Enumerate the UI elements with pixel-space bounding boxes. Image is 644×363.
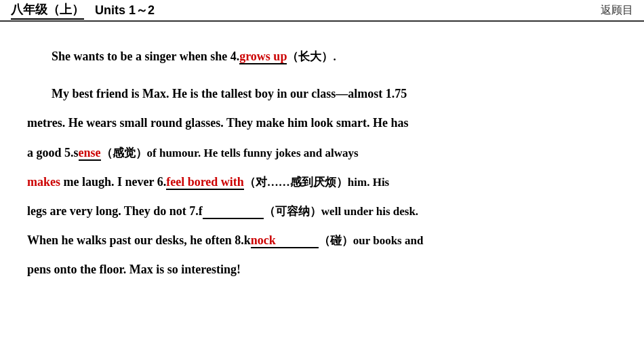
paragraph-2: My best friend is Max. He is the tallest… bbox=[27, 79, 617, 284]
para2-line4-answer: feel bored with bbox=[166, 175, 244, 190]
page-header: 八年级（上） Units 1～2 返顾目 bbox=[0, 0, 644, 22]
para2-line6-chinese: （碰）our books and bbox=[319, 234, 424, 247]
header-left: 八年级（上） Units 1～2 bbox=[11, 1, 155, 20]
grade-label: 八年级（上） bbox=[11, 1, 84, 20]
para2-line3-chinese: （感觉）of humour. He tells funny jokes and … bbox=[101, 147, 359, 159]
units-label: Units 1～2 bbox=[95, 2, 155, 18]
para2-line3-before: a good 5.s bbox=[27, 146, 79, 159]
para2-line1: My best friend is Max. He is the tallest… bbox=[52, 87, 407, 100]
sentence1-answer: grows up bbox=[239, 50, 287, 64]
sentence1-chinese: （长大）. bbox=[287, 50, 336, 63]
para2-line7: pens onto the floor. Max is so interesti… bbox=[27, 263, 241, 276]
sentence1-num: 4. bbox=[230, 50, 240, 63]
para2-line5-blank bbox=[203, 206, 264, 219]
para2-line2: metres. He wears small round glasses. Th… bbox=[27, 116, 409, 130]
back-button[interactable]: 返顾目 bbox=[601, 3, 633, 18]
para2-makes: makes bbox=[27, 175, 60, 189]
sentence-1: She wants to be a singer when she 4.grow… bbox=[27, 42, 617, 71]
sentence1-before: She wants to be a singer when she bbox=[52, 50, 230, 63]
para2-line6-before: When he walks past our desks, he often 8… bbox=[27, 233, 251, 247]
para2-line3-answer: ense bbox=[79, 146, 101, 161]
para2-line4-chinese: （对……感到厌烦）him. His bbox=[244, 176, 389, 189]
para2-line6-answer: nock bbox=[251, 233, 276, 248]
para2-line5-chinese: （可容纳）well under his desk. bbox=[264, 205, 418, 218]
main-content: She wants to be a singer when she 4.grow… bbox=[0, 22, 644, 299]
para2-line4-mid: me laugh. I never 6. bbox=[60, 175, 166, 189]
para2-line6-blank bbox=[276, 235, 319, 248]
para2-line5-before: legs are very long. They do not 7.f bbox=[27, 204, 203, 218]
